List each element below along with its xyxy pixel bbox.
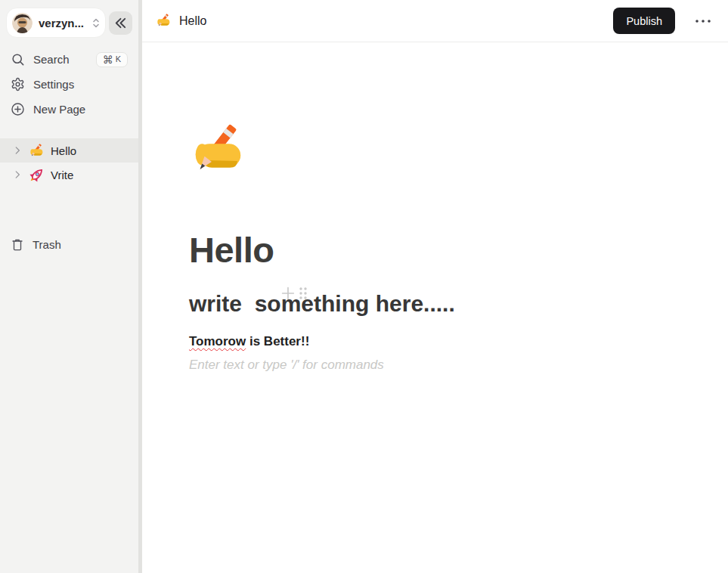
- gear-icon: [11, 77, 25, 91]
- page-label: Hello: [51, 144, 76, 157]
- chevron-right-icon[interactable]: [12, 169, 23, 180]
- more-options-button[interactable]: [692, 15, 714, 27]
- sidebar-item-new-page[interactable]: New Page: [6, 98, 132, 120]
- sidebar: verzyn... Search ⌘ K: [0, 0, 138, 573]
- ellipsis-icon: [695, 18, 711, 24]
- sidebar-item-label: Search: [33, 53, 88, 66]
- sidebar-page-hello[interactable]: Hello: [0, 138, 138, 163]
- sidebar-page-vrite[interactable]: Vrite: [0, 163, 138, 187]
- command-key-glyph: ⌘: [103, 54, 113, 65]
- chevron-right-icon[interactable]: [12, 145, 23, 156]
- writing-hand-emoji-icon: [156, 13, 172, 29]
- empty-block-placeholder[interactable]: Enter text or type '/' for commands: [189, 358, 650, 373]
- search-icon: [11, 52, 25, 67]
- plus-circle-icon: [11, 102, 25, 116]
- page-tree: Hello Vrite: [0, 138, 138, 187]
- publish-button[interactable]: Publish: [613, 8, 675, 34]
- main-area: Hello Publish Hello: [142, 0, 728, 573]
- workspace-switcher[interactable]: verzyn...: [6, 8, 106, 38]
- page-label: Vrite: [51, 169, 73, 181]
- heading-block: write something here.....: [189, 290, 650, 318]
- breadcrumb[interactable]: Hello: [156, 13, 613, 29]
- sidebar-item-label: New Page: [33, 103, 128, 116]
- topbar: Hello Publish: [142, 0, 728, 42]
- page-editor: Hello write something here.....: [142, 42, 680, 373]
- trash-icon: [11, 237, 24, 252]
- sidebar-item-label: Settings: [33, 78, 128, 91]
- k-key-glyph: K: [116, 55, 121, 63]
- workspace-name: verzyn...: [39, 17, 85, 29]
- chevrons-left-icon: [113, 16, 128, 30]
- page-icon-writing-hand[interactable]: [189, 121, 248, 180]
- sidebar-item-label: Trash: [33, 238, 128, 251]
- breadcrumb-page-title: Hello: [179, 14, 206, 28]
- page-heading[interactable]: write something here.....: [189, 290, 650, 318]
- bold-text-rest: is Better!!: [246, 334, 309, 348]
- sidebar-item-settings[interactable]: Settings: [6, 73, 132, 95]
- misspelled-word: Tomorow: [189, 334, 246, 348]
- workspace-row: verzyn...: [6, 8, 132, 38]
- sidebar-item-search[interactable]: Search ⌘ K: [6, 48, 132, 70]
- rocket-emoji-icon: [29, 167, 45, 183]
- page-title[interactable]: Hello: [189, 230, 650, 271]
- avatar: [12, 13, 33, 33]
- chevron-updown-icon: [91, 17, 101, 29]
- sidebar-collapse-button[interactable]: [109, 11, 132, 35]
- search-shortcut-badge: ⌘ K: [96, 52, 128, 67]
- bold-text-block[interactable]: Tomorow is Better!!: [189, 334, 650, 349]
- sidebar-item-trash[interactable]: Trash: [6, 234, 132, 256]
- writing-hand-emoji-icon: [29, 143, 45, 159]
